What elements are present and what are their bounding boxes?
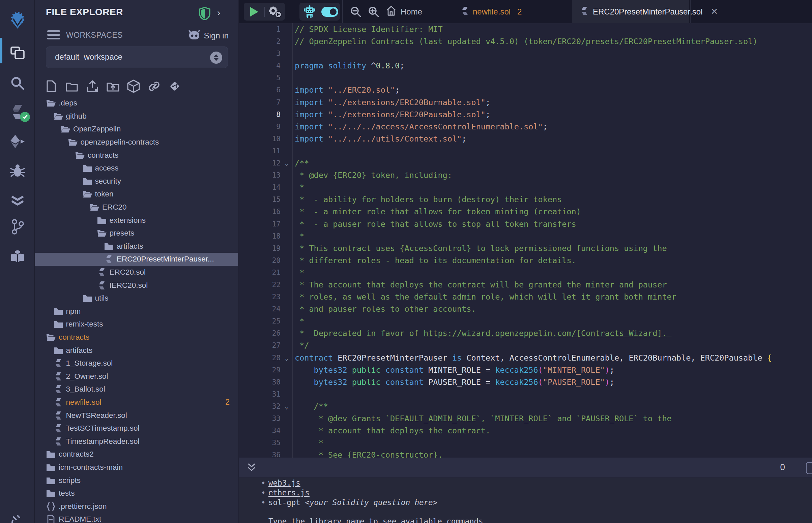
chevron-right-icon[interactable]: ›: [217, 7, 220, 18]
tree-item-icm-contracts-main[interactable]: icm-contracts-main: [35, 461, 239, 474]
tab-home[interactable]: Home: [386, 0, 422, 23]
tree-item-timestampreader-sol[interactable]: TimestampReader.sol: [35, 435, 239, 448]
activity-bar-search[interactable]: [0, 71, 35, 95]
tree-item-artifacts[interactable]: artifacts: [35, 240, 239, 253]
tree-item-contracts[interactable]: contracts: [35, 149, 239, 162]
workspace-select[interactable]: default_workspace: [46, 47, 228, 68]
tree-item-remix-tests[interactable]: remix-tests: [35, 318, 239, 331]
tree-item-extensions[interactable]: extensions: [35, 214, 239, 227]
activity-bar-debugger[interactable]: [0, 159, 35, 183]
ipfs-cube-button[interactable]: [125, 79, 141, 94]
upload-file-button[interactable]: [84, 79, 100, 94]
activity-bar-git[interactable]: [0, 215, 35, 239]
solidity-file-icon: [104, 254, 114, 264]
tree-item-label: tests: [59, 489, 75, 498]
tree-item-npm[interactable]: npm: [35, 305, 239, 318]
upload-folder-button[interactable]: [105, 79, 121, 94]
terminal-output: •web3.js•ethers.js•sol-gpt <your Solidit…: [239, 478, 812, 523]
workspaces-menu-button[interactable]: [47, 30, 60, 40]
tree-item-artifacts[interactable]: artifacts: [35, 344, 239, 357]
tab-newfile[interactable]: newfile.sol 2: [461, 0, 522, 23]
activity-bar-unit-testing[interactable]: [0, 189, 35, 212]
tree-item-access[interactable]: access: [35, 162, 239, 175]
github-sign-in-button[interactable]: Sign in: [188, 29, 229, 42]
tree-item-token[interactable]: token: [35, 188, 239, 201]
run-script-button[interactable]: [244, 3, 264, 21]
code-text: [293, 72, 812, 84]
fold-chevron-icon[interactable]: ⌄: [281, 157, 293, 169]
tree-item-readme-txt[interactable]: README.txt: [35, 513, 239, 523]
tree-item-openzeppelin[interactable]: OpenZeppelin: [35, 123, 239, 136]
link-button[interactable]: [146, 79, 162, 94]
zoom-in-button[interactable]: [368, 0, 379, 23]
folder-icon: [46, 449, 56, 459]
panel-title: FILE EXPLORER: [46, 7, 123, 18]
tree-item-erc20presetminterpauser-[interactable]: ERC20PresetMinterPauser...: [35, 253, 239, 266]
code-line-7: 7import "../extensions/ERC20Burnable.sol…: [239, 96, 812, 109]
solidity-file-icon: [53, 397, 64, 408]
tree-item-github[interactable]: github: [35, 110, 239, 123]
activity-bar-solidity-compiler[interactable]: [0, 101, 35, 124]
tree-item-label: README.txt: [59, 515, 101, 523]
shield-icon[interactable]: [199, 7, 210, 22]
upload-folder-icon: [106, 80, 120, 92]
script-config-button[interactable]: [265, 3, 285, 21]
line-number: 32: [239, 400, 281, 413]
line-number: 21: [239, 267, 281, 279]
fold-chevron-icon[interactable]: ⌄: [281, 400, 293, 413]
fold-gutter: [281, 315, 293, 327]
tree-item-newfile-sol[interactable]: newfile.sol2: [35, 396, 239, 409]
tree-item-security[interactable]: security: [35, 175, 239, 188]
folder-open-icon: [60, 124, 70, 134]
workspaces-row: WORKSPACES Sign in: [35, 28, 238, 43]
tree-item-presets[interactable]: presets: [35, 227, 239, 240]
tree-item-contracts[interactable]: contracts: [35, 331, 239, 344]
tree-item-scripts[interactable]: scripts: [35, 474, 239, 487]
tab-modified-badge: 2: [517, 7, 522, 17]
tree-item-tests[interactable]: tests: [35, 487, 239, 500]
bullet: •: [261, 478, 266, 488]
fold-chevron-icon[interactable]: ⌄: [281, 352, 293, 364]
tree-item-newtsreader-sol[interactable]: NewTSReader.sol: [35, 409, 239, 422]
copilot-toggle[interactable]: [320, 3, 340, 21]
expand-terminal-icon[interactable]: [247, 463, 256, 474]
activity-bar-plugin-manager[interactable]: [0, 510, 35, 523]
tree-item-1-storage-sol[interactable]: 1_Storage.sol: [35, 357, 239, 370]
tree-item--prettierrc-json[interactable]: .prettierrc.json: [35, 500, 239, 513]
tree-item-label: security: [95, 177, 121, 186]
new-folder-button[interactable]: [64, 79, 80, 94]
activity-bar-learneth[interactable]: [0, 245, 35, 268]
tree-item-openzeppelin-contracts[interactable]: openzeppelin-contracts: [35, 136, 239, 149]
ai-copilot-icon[interactable]: [299, 3, 320, 21]
folder-icon: [46, 462, 56, 472]
activity-bar-file-explorer[interactable]: [0, 41, 35, 65]
solidity-file-icon: [53, 436, 64, 447]
code-editor[interactable]: 1// SPDX-License-Identifier: MIT2// Open…: [239, 23, 812, 458]
tree-item-erc20[interactable]: ERC20: [35, 201, 239, 214]
code-line-22: 22 * The account that deploys the contra…: [239, 279, 812, 291]
activity-bar-deploy-run[interactable]: [0, 130, 35, 153]
tree-item-ierc20-sol[interactable]: IERC20.sol: [35, 279, 239, 292]
search-icon: [10, 76, 25, 91]
terminal-search-input[interactable]: [806, 462, 812, 474]
remix-ide-window: FILE EXPLORER › WORKSPACES Sign in defau…: [0, 0, 812, 523]
tree-item-contracts2[interactable]: contracts2: [35, 448, 239, 461]
terminal-link[interactable]: ethers.js: [268, 488, 310, 497]
comment-link[interactable]: https://wizard.openzeppelin.com/[Contrac…: [424, 328, 672, 338]
tree-item-3-ballot-sol[interactable]: 3_Ballot.sol: [35, 383, 239, 396]
new-file-button[interactable]: [43, 79, 59, 94]
code-text: */: [293, 339, 812, 351]
git-init-button[interactable]: [166, 79, 182, 94]
zoom-out-button[interactable]: [350, 0, 361, 23]
tree-item-testsctimestamp-sol[interactable]: TestSCTimestamp.sol: [35, 422, 239, 435]
line-number: 31: [239, 388, 281, 400]
tab-erc20presetminterpauser[interactable]: ERC20PresetMinterPauser.sol ✕: [572, 0, 689, 23]
tree-item-erc20-sol[interactable]: ERC20.sol: [35, 266, 239, 279]
line-number: 23: [239, 291, 281, 303]
tree-item-utils[interactable]: utils: [35, 292, 239, 305]
terminal-link[interactable]: web3.js: [268, 479, 300, 487]
activity-bar-remix-logo[interactable]: [0, 9, 35, 32]
close-tab-icon[interactable]: ✕: [710, 6, 718, 17]
tree-item--deps[interactable]: .deps: [35, 97, 239, 110]
tree-item-2-owner-sol[interactable]: 2_Owner.sol: [35, 370, 239, 383]
